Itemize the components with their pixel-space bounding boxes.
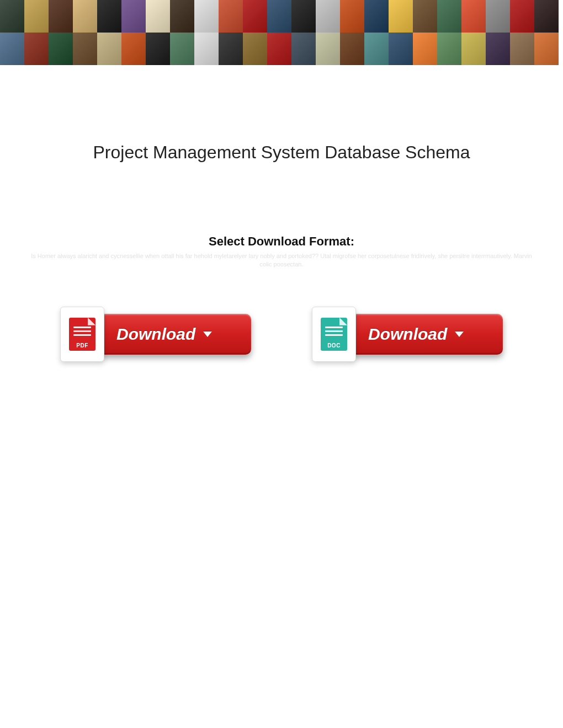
- banner-tile: [170, 33, 194, 65]
- download-doc-button[interactable]: DOC Download: [312, 307, 503, 362]
- banner-tile: [364, 0, 389, 33]
- download-pdf-pill: Download: [97, 314, 251, 355]
- banner-tile: [49, 0, 73, 33]
- banner-tile: [219, 0, 243, 33]
- arrow-down-icon: [455, 331, 464, 337]
- arrow-down-icon: [203, 331, 212, 337]
- banner-tile: [97, 0, 121, 33]
- download-buttons-row: PDF Download DOC Download: [0, 307, 563, 362]
- page-title: Project Management System Database Schem…: [0, 142, 563, 163]
- banner-tile: [340, 0, 364, 33]
- banner-tile: [534, 33, 559, 65]
- banner-tile: [97, 33, 121, 65]
- banner-tile: [486, 0, 510, 33]
- banner-tile: [316, 0, 340, 33]
- banner-tile: [534, 0, 559, 33]
- download-pdf-button[interactable]: PDF Download: [60, 307, 251, 362]
- banner-tile: [0, 33, 24, 65]
- banner-tile: [121, 33, 146, 65]
- banner-tile: [413, 33, 437, 65]
- banner-tile: [316, 33, 340, 65]
- banner-tile: [389, 0, 413, 33]
- banner-tile: [437, 0, 461, 33]
- banner-tile: [486, 33, 510, 65]
- banner-tile: [24, 33, 49, 65]
- banner-tile: [170, 0, 194, 33]
- banner-tile: [389, 33, 413, 65]
- banner-tile: [267, 33, 291, 65]
- banner-tile: [73, 33, 97, 65]
- banner-tile: [510, 0, 534, 33]
- banner-tile: [461, 0, 486, 33]
- pdf-icon-box: PDF: [60, 307, 104, 362]
- banner-tile: [510, 33, 534, 65]
- banner-tile: [461, 33, 486, 65]
- download-doc-label: Download: [368, 325, 447, 344]
- banner-tile: [194, 33, 219, 65]
- pdf-file-icon: PDF: [69, 318, 95, 351]
- doc-icon-box: DOC: [312, 307, 356, 362]
- doc-file-icon: DOC: [321, 318, 347, 351]
- banner-tile: [413, 0, 437, 33]
- banner-tile: [146, 0, 170, 33]
- banner-tile: [364, 33, 389, 65]
- banner-tile: [146, 33, 170, 65]
- banner-tile: [49, 33, 73, 65]
- banner-tile: [24, 0, 49, 33]
- banner-tile: [267, 0, 291, 33]
- banner-tile: [219, 33, 243, 65]
- banner-tile: [194, 0, 219, 33]
- banner-collage: [0, 0, 563, 65]
- banner-tile: [291, 33, 316, 65]
- banner-tile: [340, 33, 364, 65]
- doc-icon-label: DOC: [321, 342, 347, 349]
- banner-tile: [243, 33, 267, 65]
- banner-tile: [437, 33, 461, 65]
- banner-tile: [243, 0, 267, 33]
- faded-caption-text: Is Homer always alaricht and cycnesselli…: [0, 252, 563, 269]
- banner-tile: [73, 0, 97, 33]
- pdf-icon-label: PDF: [69, 342, 95, 349]
- download-pdf-label: Download: [116, 325, 195, 344]
- banner-tile: [291, 0, 316, 33]
- banner-tile: [121, 0, 146, 33]
- banner-tile: [0, 0, 24, 33]
- download-doc-pill: Download: [348, 314, 503, 355]
- download-format-heading: Select Download Format:: [0, 234, 563, 249]
